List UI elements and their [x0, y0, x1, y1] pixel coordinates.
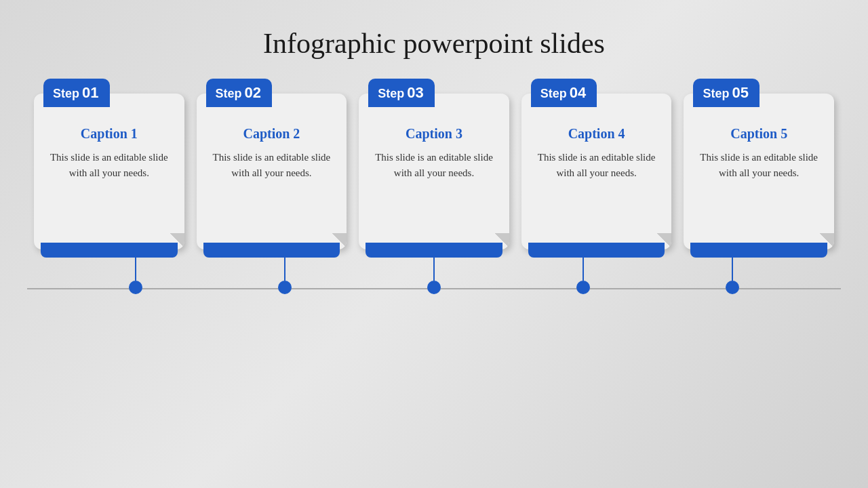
- caption-body-3: This slide is an editable slide with all…: [370, 150, 498, 182]
- step-card-4: Step04Caption 4This slide is an editable…: [521, 94, 672, 249]
- timeline-dot-1: [129, 281, 142, 294]
- step-card-1: Step01Caption 1This slide is an editable…: [34, 94, 184, 249]
- step-wrapper-5: Step05Caption 5This slide is an editable…: [684, 94, 834, 249]
- step-number-1: 01: [82, 84, 98, 101]
- step-card-inner-4: Caption 4This slide is an editable slide…: [532, 126, 661, 182]
- step-wrapper-1: Step01Caption 1This slide is an editable…: [34, 94, 184, 249]
- step-card-2: Step02Caption 2This slide is an editable…: [197, 94, 347, 249]
- dot-wrapper-2: [210, 281, 359, 294]
- card-bottom-bar-1: [41, 243, 178, 258]
- dot-wrapper-3: [359, 281, 509, 294]
- caption-body-5: This slide is an editable slide with all…: [694, 150, 823, 182]
- steps-container: Step01Caption 1This slide is an editable…: [0, 94, 868, 249]
- caption-title-5: Caption 5: [694, 126, 823, 142]
- caption-title-4: Caption 4: [532, 126, 661, 142]
- caption-title-2: Caption 2: [208, 126, 336, 142]
- timeline-dots: [27, 281, 841, 294]
- step-tab-4: Step04: [531, 79, 597, 107]
- connector-item-3: [359, 255, 509, 281]
- step-number-5: 05: [732, 84, 748, 101]
- connector-item-5: [658, 255, 807, 281]
- connector-line-2: [284, 255, 285, 281]
- step-label-2: Step: [216, 87, 242, 100]
- caption-title-3: Caption 3: [370, 126, 498, 142]
- connector-line-5: [732, 255, 733, 281]
- timeline-dot-5: [726, 281, 739, 294]
- step-wrapper-3: Step03Caption 3This slide is an editable…: [359, 94, 509, 249]
- caption-title-1: Caption 1: [45, 126, 174, 142]
- card-bottom-bar-5: [690, 243, 827, 258]
- connector-item-1: [61, 255, 210, 281]
- timeline-dot-3: [427, 281, 441, 294]
- step-wrapper-2: Step02Caption 2This slide is an editable…: [197, 94, 347, 249]
- step-card-3: Step03Caption 3This slide is an editable…: [359, 94, 509, 249]
- timeline-dot-2: [278, 281, 292, 294]
- step-number-3: 03: [407, 84, 423, 101]
- step-wrapper-4: Step04Caption 4This slide is an editable…: [521, 94, 672, 249]
- step-tab-2: Step02: [206, 79, 273, 107]
- card-bottom-bar-2: [203, 243, 340, 258]
- connector-line-1: [135, 255, 136, 281]
- dot-wrapper-5: [658, 281, 807, 294]
- step-tab-5: Step05: [693, 79, 760, 107]
- step-card-inner-5: Caption 5This slide is an editable slide…: [694, 126, 823, 182]
- connector-item-2: [210, 255, 359, 281]
- card-bottom-bar-4: [528, 243, 665, 258]
- step-number-2: 02: [245, 84, 261, 101]
- caption-body-1: This slide is an editable slide with all…: [45, 150, 174, 182]
- page-title: Infographic powerpoint slides: [263, 27, 605, 60]
- step-label-3: Step: [378, 87, 404, 100]
- step-tab-3: Step03: [368, 79, 435, 107]
- step-card-inner-1: Caption 1This slide is an editable slide…: [45, 126, 174, 182]
- step-card-inner-3: Caption 3This slide is an editable slide…: [370, 126, 498, 182]
- bottom-section: [0, 255, 868, 297]
- connector-item-4: [509, 255, 658, 281]
- caption-body-4: This slide is an editable slide with all…: [532, 150, 661, 182]
- step-card-inner-2: Caption 2This slide is an editable slide…: [208, 126, 336, 182]
- connector-line-4: [583, 255, 584, 281]
- connector-line-3: [433, 255, 435, 281]
- step-card-5: Step05Caption 5This slide is an editable…: [684, 94, 834, 249]
- dot-wrapper-1: [61, 281, 210, 294]
- connectors-row: [27, 255, 841, 281]
- caption-body-2: This slide is an editable slide with all…: [208, 150, 336, 182]
- step-number-4: 04: [570, 84, 586, 101]
- step-label-5: Step: [703, 87, 729, 100]
- step-tab-1: Step01: [43, 79, 110, 107]
- timeline-dot-4: [576, 281, 590, 294]
- dot-wrapper-4: [509, 281, 658, 294]
- step-label-1: Step: [53, 87, 79, 100]
- step-label-4: Step: [540, 87, 567, 100]
